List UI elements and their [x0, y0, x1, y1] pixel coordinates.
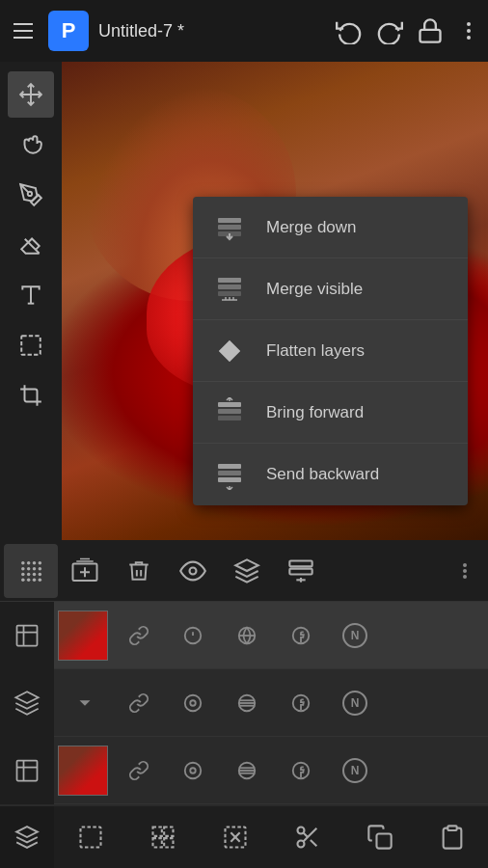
crop-tool[interactable]	[8, 372, 54, 419]
svg-point-34	[21, 572, 25, 576]
svg-point-89	[297, 841, 304, 848]
selection-tool[interactable]	[8, 322, 54, 368]
layers-stack-button[interactable]	[220, 544, 274, 598]
flatten-layers-icon	[212, 334, 247, 368]
context-menu: Merge down Merge visible Flatten lay	[193, 197, 468, 505]
svg-rect-21	[218, 416, 241, 420]
svg-rect-93	[376, 834, 391, 849]
svg-rect-9	[21, 336, 41, 355]
svg-point-72	[185, 762, 202, 778]
svg-point-39	[27, 578, 31, 582]
merge-layers-button[interactable]	[274, 544, 328, 598]
flatten-layers-item[interactable]: Flatten layers	[193, 320, 468, 382]
layer-row-3[interactable]: N	[0, 737, 488, 804]
layer-3-link[interactable]	[112, 737, 166, 804]
layer-row-1[interactable]: N	[0, 602, 488, 669]
cut-button[interactable]	[271, 806, 343, 868]
layer-3-circle[interactable]	[166, 737, 220, 804]
bottom-actions	[54, 806, 488, 868]
svg-point-55	[463, 575, 467, 579]
send-backward-icon	[212, 457, 247, 492]
svg-point-1	[467, 22, 471, 26]
text-tool[interactable]	[8, 272, 54, 318]
hand-tool[interactable]	[8, 122, 54, 168]
svg-point-54	[463, 569, 467, 573]
layer-2-circle[interactable]	[166, 669, 220, 737]
select-all-button[interactable]	[54, 806, 126, 868]
brush-tool[interactable]	[8, 172, 54, 218]
svg-rect-94	[447, 826, 456, 830]
svg-rect-20	[218, 409, 241, 414]
svg-rect-83	[152, 838, 161, 847]
svg-point-26	[21, 561, 25, 565]
lock-icon[interactable]	[417, 17, 444, 44]
merge-down-label: Merge down	[266, 218, 357, 237]
layer-1-blend-mode[interactable]: N	[328, 602, 382, 669]
layer-3-type-icon	[0, 737, 54, 804]
svg-rect-84	[164, 838, 173, 847]
move-tool[interactable]	[8, 71, 54, 118]
send-backward-label: Send backward	[266, 465, 379, 484]
bring-forward-item[interactable]: Bring forward	[193, 382, 468, 444]
merge-visible-icon	[212, 272, 247, 307]
svg-rect-15	[218, 291, 241, 296]
layer-2-facebook[interactable]	[274, 669, 328, 737]
layer-2-chevron[interactable]	[58, 669, 112, 737]
grid-button[interactable]	[126, 806, 199, 868]
svg-rect-22	[218, 402, 241, 407]
bring-forward-icon	[212, 395, 247, 430]
layer-3-icons: N	[112, 737, 488, 804]
svg-point-30	[21, 566, 25, 570]
svg-point-88	[297, 827, 304, 834]
layer-2-icons: N	[54, 669, 488, 737]
undo-button[interactable]	[336, 17, 363, 44]
flatten-layers-label: Flatten layers	[266, 341, 365, 361]
svg-line-91	[310, 840, 315, 846]
svg-point-73	[190, 768, 196, 773]
eraser-tool[interactable]	[8, 222, 54, 268]
copy-button[interactable]	[343, 806, 416, 868]
svg-rect-24	[218, 471, 241, 475]
svg-point-64	[185, 694, 202, 711]
svg-point-41	[39, 578, 42, 582]
svg-point-29	[39, 561, 42, 565]
layers-grid-button[interactable]	[4, 544, 58, 598]
svg-rect-81	[152, 827, 161, 836]
add-layer-button[interactable]	[58, 544, 112, 598]
delete-layer-button[interactable]	[112, 544, 166, 598]
svg-rect-71	[17, 760, 38, 780]
layer-1-thumbnail	[58, 610, 108, 661]
merge-down-icon	[212, 210, 247, 245]
svg-point-40	[33, 578, 37, 582]
merge-visible-item[interactable]: Merge visible	[193, 258, 468, 320]
layer-3-lines[interactable]	[220, 737, 274, 804]
redo-button[interactable]	[376, 17, 403, 44]
layer-toolbar	[0, 540, 488, 602]
visibility-button[interactable]	[166, 544, 220, 598]
svg-marker-63	[15, 692, 38, 703]
layer-1-lines[interactable]	[220, 602, 274, 669]
layer-more-button[interactable]	[446, 544, 484, 598]
merge-down-item[interactable]: Merge down	[193, 197, 468, 258]
svg-point-2	[467, 29, 471, 33]
svg-rect-14	[218, 285, 241, 289]
layer-row-2[interactable]: N	[0, 669, 488, 737]
app-title: Untitled-7 *	[98, 21, 336, 41]
layer-1-circle[interactable]	[166, 602, 220, 669]
layer-1-facebook[interactable]	[274, 602, 328, 669]
svg-rect-50	[289, 568, 312, 574]
layer-2-blend-mode[interactable]: N	[328, 669, 382, 737]
svg-point-53	[463, 563, 467, 567]
layer-1-link[interactable]	[112, 602, 166, 669]
deselect-button[interactable]	[199, 806, 271, 868]
layer-3-facebook[interactable]	[274, 737, 328, 804]
hamburger-menu[interactable]	[8, 15, 39, 46]
paste-button[interactable]	[416, 806, 488, 868]
layer-2-link[interactable]	[112, 669, 166, 737]
svg-rect-0	[420, 30, 441, 42]
send-backward-item[interactable]: Send backward	[193, 444, 468, 505]
more-options-button[interactable]	[457, 17, 480, 44]
svg-point-36	[33, 572, 37, 576]
layer-3-blend-mode[interactable]: N	[328, 737, 382, 804]
layer-2-lines[interactable]	[220, 669, 274, 737]
